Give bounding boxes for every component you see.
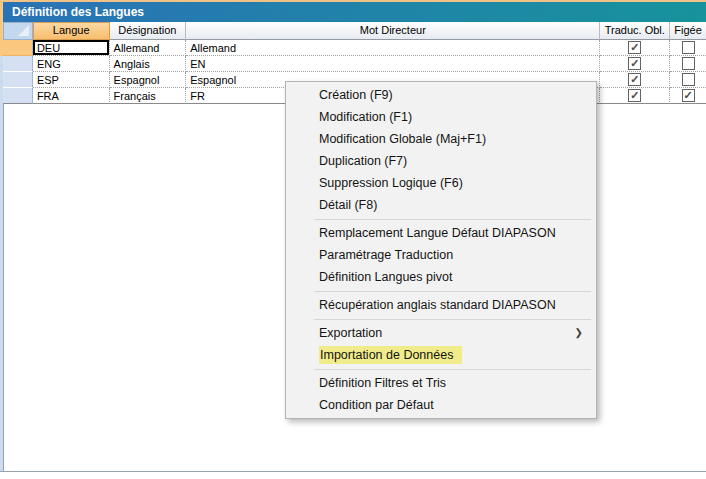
cell-mot-directeur[interactable]: EN <box>186 56 600 72</box>
traduc-obl-checkbox[interactable]: ✓ <box>628 57 641 70</box>
figee-checkbox[interactable]: ✓ <box>682 89 695 102</box>
table-row-eng[interactable]: ENGAnglaisEN✓ <box>3 56 706 72</box>
menu-separator <box>314 369 591 370</box>
menu-item-condition-par-defaut[interactable]: Condition par Défaut <box>286 394 596 416</box>
cell-mot-directeur[interactable]: Allemand <box>186 40 600 56</box>
window-title-bar: Définition des Langues <box>3 2 706 22</box>
menu-item-label: Condition par Défaut <box>319 398 434 412</box>
cell-designation[interactable]: Anglais <box>110 56 187 72</box>
column-header-mot-directeur[interactable]: Mot Directeur <box>186 22 600 40</box>
row-selector[interactable] <box>3 72 33 88</box>
menu-item-label: Récupération anglais standard DIAPASON <box>319 298 556 312</box>
menu-item-label: Définition Langues pivot <box>319 270 452 284</box>
menu-item-exportation[interactable]: Exportation❯ <box>286 322 596 344</box>
menu-item-label: Détail (F8) <box>319 198 377 212</box>
cell-figee <box>670 56 706 72</box>
row-selector[interactable] <box>3 40 33 56</box>
menu-item-modification[interactable]: Modification (F1) <box>286 106 596 128</box>
cell-designation[interactable]: Français <box>110 88 187 104</box>
cell-traduc-obl: ✓ <box>600 88 670 104</box>
menu-item-label: Création (F9) <box>319 88 393 102</box>
cell-langue[interactable]: FRA <box>33 88 110 104</box>
cell-langue[interactable]: DEU <box>33 40 110 56</box>
menu-separator <box>314 319 591 320</box>
row-selector[interactable] <box>3 56 33 72</box>
table-header-row: Langue Désignation Mot Directeur Traduc.… <box>3 22 706 40</box>
menu-item-label: Remplacement Langue Défaut DIAPASON <box>319 226 556 240</box>
traduc-obl-checkbox[interactable]: ✓ <box>628 89 641 102</box>
context-menu: Création (F9)Modification (F1)Modificati… <box>285 81 597 419</box>
row-selector[interactable] <box>3 88 33 104</box>
menu-item-definition-filtres-tris[interactable]: Définition Filtres et Tris <box>286 372 596 394</box>
cell-figee <box>670 40 706 56</box>
cell-traduc-obl: ✓ <box>600 56 670 72</box>
menu-item-label: Suppression Logique (F6) <box>319 176 463 190</box>
column-header-langue[interactable]: Langue <box>33 22 110 40</box>
panel-bottom-border <box>0 471 706 472</box>
menu-item-suppression-logique[interactable]: Suppression Logique (F6) <box>286 172 596 194</box>
menu-item-parametrage-traduction[interactable]: Paramétrage Traduction <box>286 244 596 266</box>
menu-item-label: Importation de Données <box>319 346 462 364</box>
traduc-obl-checkbox[interactable]: ✓ <box>628 73 641 86</box>
cell-designation[interactable]: Allemand <box>110 40 187 56</box>
cell-traduc-obl: ✓ <box>600 72 670 88</box>
menu-item-recuperation-anglais[interactable]: Récupération anglais standard DIAPASON <box>286 294 596 316</box>
menu-item-label: Paramétrage Traduction <box>319 248 453 262</box>
column-header-figee[interactable]: Figée <box>670 22 706 40</box>
figee-checkbox[interactable] <box>682 57 695 70</box>
menu-item-label: Modification (F1) <box>319 110 412 124</box>
cell-traduc-obl: ✓ <box>600 40 670 56</box>
menu-item-label: Exportation <box>319 326 382 340</box>
column-header-traduc-obl[interactable]: Traduc. Obl. <box>600 22 670 40</box>
panel-left-border <box>3 104 4 471</box>
column-header-designation[interactable]: Désignation <box>110 22 187 40</box>
menu-item-importation-de-donnees[interactable]: Importation de Données <box>286 344 596 366</box>
menu-item-duplication[interactable]: Duplication (F7) <box>286 150 596 172</box>
cell-designation[interactable]: Espagnol <box>110 72 187 88</box>
table-row-deu[interactable]: DEUAllemandAllemand✓ <box>3 40 706 56</box>
window-title: Définition des Langues <box>12 5 144 19</box>
menu-item-modification-globale[interactable]: Modification Globale (Maj+F1) <box>286 128 596 150</box>
menu-separator <box>314 219 591 220</box>
cell-langue[interactable]: ENG <box>33 56 110 72</box>
menu-item-definition-langues-pivot[interactable]: Définition Langues pivot <box>286 266 596 288</box>
traduc-obl-checkbox[interactable]: ✓ <box>628 41 641 54</box>
figee-checkbox[interactable] <box>682 41 695 54</box>
cell-figee <box>670 72 706 88</box>
menu-item-label: Duplication (F7) <box>319 154 407 168</box>
submenu-arrow-icon: ❯ <box>575 322 583 344</box>
menu-separator <box>314 291 591 292</box>
menu-item-creation[interactable]: Création (F9) <box>286 84 596 106</box>
select-all-corner-cell[interactable] <box>3 22 33 40</box>
cell-langue[interactable]: ESP <box>33 72 110 88</box>
menu-item-label: Définition Filtres et Tris <box>319 376 446 390</box>
menu-item-remplacement-langue-defaut[interactable]: Remplacement Langue Défaut DIAPASON <box>286 222 596 244</box>
menu-item-detail[interactable]: Détail (F8) <box>286 194 596 216</box>
corner-triangle-icon <box>18 25 29 36</box>
figee-checkbox[interactable] <box>682 73 695 86</box>
cell-figee: ✓ <box>670 88 706 104</box>
menu-item-label: Modification Globale (Maj+F1) <box>319 132 486 146</box>
